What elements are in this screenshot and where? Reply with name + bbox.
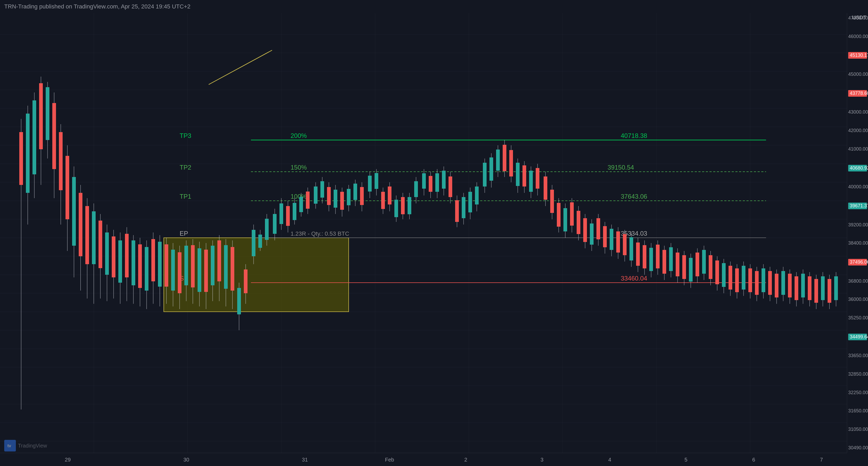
- svg-rect-270: [748, 269, 752, 292]
- svg-rect-186: [468, 192, 472, 212]
- svg-rect-200: [516, 163, 520, 186]
- chart-svg: TP3 200% 40718.38 TP2 150% 39150.54 TP1 …: [0, 13, 847, 453]
- svg-rect-114: [224, 245, 228, 289]
- price-34499: 34499.64: [848, 334, 867, 340]
- svg-text:100%: 100%: [290, 193, 307, 200]
- svg-rect-262: [722, 263, 725, 287]
- svg-rect-234: [629, 237, 633, 260]
- price-39671: 39671.37: [848, 203, 867, 209]
- svg-text:37643.06: 37643.06: [621, 193, 647, 200]
- svg-rect-250: [682, 255, 686, 279]
- svg-rect-132: [286, 206, 290, 226]
- svg-text:TP1: TP1: [180, 193, 191, 200]
- svg-rect-284: [795, 276, 798, 300]
- chart-area[interactable]: TP3 200% 40718.38 TP2 150% 39150.54 TP1 …: [0, 13, 847, 453]
- currency-label: USDT: [847, 14, 868, 21]
- svg-rect-86: [131, 240, 135, 285]
- svg-rect-70: [79, 193, 83, 256]
- svg-rect-100: [178, 252, 182, 293]
- price-45130: 45130.17: [848, 52, 867, 59]
- svg-rect-222: [590, 223, 593, 245]
- svg-rect-274: [762, 269, 765, 292]
- price-40680: 40680.92: [848, 165, 867, 172]
- time-31: 31: [302, 457, 308, 463]
- svg-text:tv: tv: [7, 443, 11, 448]
- svg-rect-158: [375, 173, 378, 189]
- svg-rect-212: [557, 203, 561, 227]
- svg-rect-144: [327, 187, 331, 205]
- svg-text:TP3: TP3: [180, 132, 191, 139]
- svg-rect-194: [496, 150, 500, 170]
- svg-rect-236: [636, 243, 640, 266]
- svg-rect-290: [814, 279, 818, 303]
- svg-rect-292: [821, 276, 825, 300]
- svg-rect-216: [570, 203, 574, 226]
- svg-rect-104: [191, 245, 195, 287]
- svg-rect-130: [279, 204, 283, 224]
- svg-rect-108: [204, 250, 208, 292]
- svg-text:200%: 200%: [290, 132, 307, 139]
- svg-rect-226: [603, 226, 607, 247]
- publisher-label: TRN-Trading published on TradingView.com…: [4, 3, 190, 10]
- svg-rect-204: [529, 170, 533, 192]
- svg-text:33460.04: 33460.04: [621, 275, 647, 282]
- svg-rect-64: [59, 132, 63, 190]
- time-3: 3: [540, 457, 544, 463]
- svg-rect-294: [828, 279, 831, 303]
- svg-rect-156: [368, 176, 372, 191]
- price-32250: 32250.00: [848, 390, 867, 396]
- svg-rect-244: [662, 250, 666, 274]
- price-30490: 30490.00: [848, 445, 867, 451]
- price-39200: 39200.00: [848, 222, 867, 228]
- price-31050: 31050.00: [848, 427, 867, 432]
- svg-rect-246: [669, 247, 673, 271]
- svg-rect-120: [244, 270, 248, 293]
- svg-text:1.23R - Qty.: 0.53 BTC: 1.23R - Qty.: 0.53 BTC: [290, 230, 349, 237]
- svg-rect-184: [462, 197, 465, 218]
- svg-rect-88: [138, 244, 142, 288]
- top-bar: TRN-Trading published on TradingView.com…: [0, 0, 868, 13]
- svg-rect-276: [768, 271, 772, 295]
- svg-rect-58: [39, 83, 43, 149]
- svg-rect-208: [544, 177, 547, 200]
- svg-rect-74: [92, 211, 96, 264]
- svg-rect-296: [834, 276, 838, 300]
- svg-rect-66: [65, 156, 69, 219]
- price-36800: 36800.00: [848, 278, 867, 284]
- svg-rect-230: [616, 231, 620, 253]
- svg-rect-266: [735, 269, 739, 292]
- price-35250: 35250.00: [848, 315, 867, 321]
- time-4: 4: [608, 457, 611, 463]
- svg-rect-224: [596, 218, 600, 239]
- price-41000: 41000.00: [848, 146, 867, 152]
- svg-rect-52: [19, 132, 23, 185]
- svg-rect-118: [237, 288, 241, 314]
- svg-rect-210: [550, 190, 554, 213]
- svg-rect-172: [422, 173, 426, 189]
- svg-text:150%: 150%: [290, 164, 307, 171]
- svg-rect-154: [360, 187, 364, 205]
- svg-rect-146: [334, 190, 337, 208]
- svg-rect-78: [105, 232, 109, 275]
- svg-rect-54: [26, 114, 30, 193]
- svg-rect-150: [347, 189, 350, 205]
- svg-rect-138: [306, 191, 310, 209]
- price-36000: 36000.00: [848, 297, 867, 302]
- svg-rect-60: [46, 87, 50, 140]
- svg-rect-264: [728, 266, 732, 289]
- svg-rect-286: [801, 274, 805, 298]
- svg-rect-258: [709, 255, 712, 279]
- svg-rect-232: [623, 234, 626, 255]
- svg-rect-178: [442, 170, 445, 189]
- svg-text:EP: EP: [180, 230, 188, 237]
- time-axis: 29 30 31 Feb 2 3 4 5 6 7: [0, 453, 847, 466]
- svg-rect-84: [125, 234, 129, 277]
- tradingview-text: TradingView: [18, 443, 47, 449]
- svg-text:39150.54: 39150.54: [608, 164, 634, 171]
- svg-rect-220: [583, 218, 587, 242]
- svg-rect-142: [320, 181, 324, 197]
- price-33650: 33650.00: [848, 353, 867, 359]
- svg-rect-140: [314, 187, 317, 204]
- svg-rect-164: [394, 200, 398, 217]
- svg-rect-288: [808, 276, 811, 300]
